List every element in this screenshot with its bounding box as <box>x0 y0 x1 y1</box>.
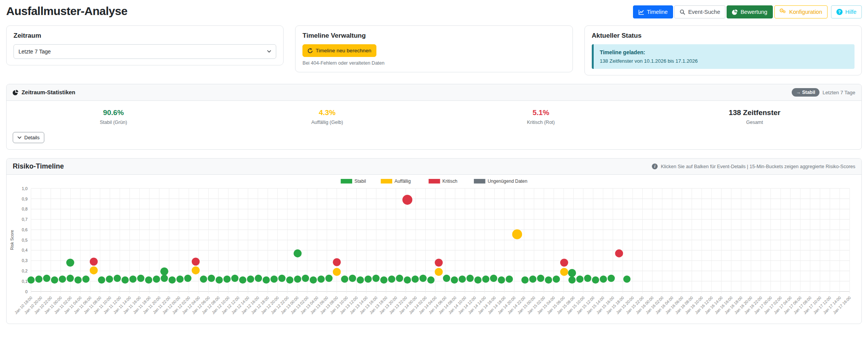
gears-icon: ⚙⚙ <box>780 9 787 15</box>
help-icon: ? <box>836 9 843 15</box>
svg-text:0,8: 0,8 <box>22 207 27 211</box>
card-zeitraum: Zeitraum Letzte 7 Tage <box>6 25 284 65</box>
stat-value: 138 Zeitfenster <box>648 109 861 117</box>
tab-label: Bewertung <box>740 9 767 15</box>
topbar: Ausfallmuster-Analyse Timeline Event-Suc… <box>6 2 862 22</box>
tab-label: Hilfe <box>845 9 856 15</box>
svg-text:0,5: 0,5 <box>22 238 27 242</box>
stat-value: 4.3% <box>220 109 434 117</box>
stats-title: Zeitraum-Statistiken <box>22 89 75 95</box>
risk-timeline-title: Risiko-Timeline <box>13 162 64 170</box>
svg-text:Stabil: Stabil <box>354 179 366 184</box>
recalculate-timeline-button[interactable]: Timeline neu berechnen <box>302 44 376 57</box>
pie-chart-icon <box>13 90 18 95</box>
risk-timeline-note: Klicken Sie auf Balken für Event-Details… <box>661 164 855 169</box>
card-timeline-verwaltung: Timeline Verwaltung Timeline neu berechn… <box>295 25 573 72</box>
tab-event-suche[interactable]: Event-Suche <box>674 5 725 18</box>
svg-text:0,3: 0,3 <box>22 258 27 263</box>
page-title: Ausfallmuster-Analyse <box>6 5 128 18</box>
details-button[interactable]: Details <box>13 132 44 143</box>
svg-text:Auffällig: Auffällig <box>395 179 411 184</box>
status-alert-text: 138 Zeitfenster von 10.1.2026 bis 17.1.2… <box>600 58 848 64</box>
search-icon <box>680 9 685 15</box>
stat-label: Auffällig (Gelb) <box>220 120 434 125</box>
tab-label: Timeline <box>647 9 668 15</box>
tab-timeline[interactable]: Timeline <box>633 5 673 18</box>
svg-text:0,4: 0,4 <box>22 248 27 252</box>
details-label: Details <box>24 135 40 140</box>
cards-row: Zeitraum Letzte 7 Tage Timeline Verwaltu… <box>6 25 862 75</box>
risk-timeline-chart[interactable]: 00,10,20,30,40,50,60,70,80,91,0Jan 10 18… <box>9 178 859 324</box>
stat-auffaellig: 4.3% Auffällig (Gelb) <box>220 109 434 125</box>
status-alert: Timeline geladen: 138 Zeitfenster von 10… <box>592 44 855 69</box>
tab-bewertung[interactable]: Bewertung <box>727 5 772 18</box>
zeitraum-select[interactable]: Letzte 7 Tage <box>13 44 276 59</box>
stat-label: Stabil (Grün) <box>7 120 220 125</box>
risk-timeline-header: Risiko-Timeline i Klicken Sie auf Balken… <box>7 159 861 175</box>
card-title: Zeitraum <box>13 32 276 40</box>
svg-text:0,9: 0,9 <box>22 197 27 201</box>
status-alert-title: Timeline geladen: <box>600 49 848 55</box>
stats-row: 90.6% Stabil (Grün) 4.3% Auffällig (Gelb… <box>7 101 861 127</box>
recalculate-timeline-label: Timeline neu berechnen <box>316 48 371 53</box>
stat-label: Kritisch (Rot) <box>434 120 648 125</box>
card-title: Timeline Verwaltung <box>302 32 565 40</box>
stats-card: Zeitraum-Statistiken → Stabil Letzten 7 … <box>6 84 862 150</box>
tab-label: Konfiguration <box>789 9 822 15</box>
stat-value: 5.1% <box>434 109 648 117</box>
zeitraum-select-value: Letzte 7 Tage <box>18 48 51 55</box>
stat-stabil: 90.6% Stabil (Grün) <box>7 109 220 125</box>
stats-range-label: Letzten 7 Tage <box>823 90 855 95</box>
stat-label: Gesamt <box>648 120 861 125</box>
svg-text:Risk Score: Risk Score <box>10 230 14 250</box>
nav-group: Timeline Event-Suche Bewertung ⚙⚙ Konfig… <box>633 5 862 18</box>
chevron-down-icon <box>17 136 22 139</box>
svg-text:1,0: 1,0 <box>22 186 27 191</box>
tab-hilfe[interactable]: ? Hilfe <box>831 5 862 18</box>
recalculate-hint: Bei 404-Fehlern oder veralteten Daten <box>302 60 565 66</box>
refresh-icon <box>307 48 313 53</box>
chevron-down-icon <box>267 50 271 53</box>
svg-text:0,2: 0,2 <box>22 269 27 273</box>
svg-text:0: 0 <box>25 289 28 294</box>
svg-text:Ungenügend Daten: Ungenügend Daten <box>488 179 527 184</box>
tab-konfiguration[interactable]: ⚙⚙ Konfiguration <box>774 5 828 18</box>
svg-text:Jan 17 16:00: Jan 17 16:00 <box>832 296 851 315</box>
card-title: Aktueller Status <box>592 32 855 40</box>
svg-text:0,1: 0,1 <box>22 279 27 284</box>
trend-badge: → Stabil <box>792 88 819 97</box>
stats-header: Zeitraum-Statistiken → Stabil Letzten 7 … <box>7 84 861 101</box>
pie-chart-icon <box>732 9 738 15</box>
line-chart-icon <box>638 9 644 15</box>
stat-value: 90.6% <box>7 109 220 117</box>
info-icon: i <box>652 164 658 169</box>
svg-text:0,6: 0,6 <box>22 227 27 232</box>
svg-text:Kritisch: Kritisch <box>442 179 457 184</box>
tab-label: Event-Suche <box>688 9 720 15</box>
card-aktueller-status: Aktueller Status Timeline geladen: 138 Z… <box>584 25 862 75</box>
stat-gesamt: 138 Zeitfenster Gesamt <box>648 109 861 125</box>
risk-timeline-card: Risiko-Timeline i Klicken Sie auf Balken… <box>6 158 862 324</box>
svg-text:0,7: 0,7 <box>22 217 27 222</box>
stat-kritisch: 5.1% Kritisch (Rot) <box>434 109 648 125</box>
chart-area: 00,10,20,30,40,50,60,70,80,91,0Jan 10 18… <box>7 175 861 324</box>
